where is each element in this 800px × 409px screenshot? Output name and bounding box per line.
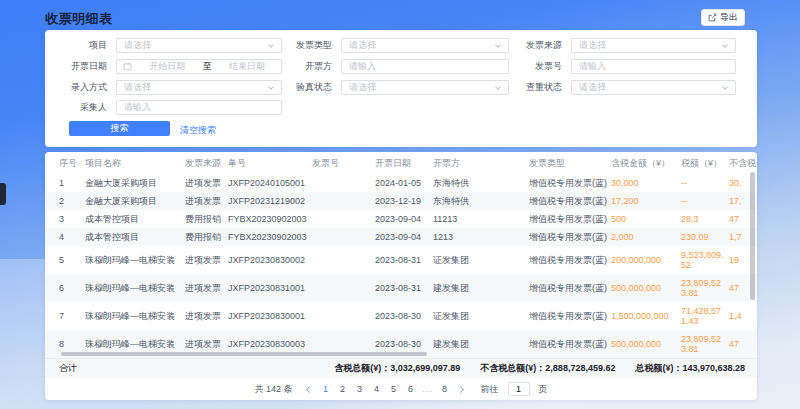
page-title: 收票明细表 <box>45 10 113 28</box>
table-cell: FYBX20230902003 <box>228 210 312 228</box>
invoice-no-label: 发票号 <box>475 60 562 73</box>
goto-label: 前往 <box>481 383 499 396</box>
table-cell: 进项发票 <box>185 192 228 210</box>
verify-status-placeholder: 请选择 <box>349 81 376 94</box>
pagination-pages: 123456...8 <box>320 384 451 394</box>
table-cell: 500 <box>611 210 681 228</box>
pagination-ellipsis[interactable]: ... <box>422 384 434 394</box>
invoice-table-panel: 序号项目名称发票来源单号发票号开票日期开票方发票类型含税金额（¥）税额（¥）不含… <box>45 152 757 400</box>
table-cell: FYBX20230902003 <box>228 228 312 246</box>
project-placeholder: 请选择 <box>124 39 151 52</box>
table-cell: 3 <box>45 210 85 228</box>
page-unit-label: 页 <box>539 383 548 396</box>
table-cell: 证发集团 <box>433 302 529 330</box>
table-cell: 23,809,523.81 <box>681 330 729 358</box>
table-cell: 增值税专用发票(蓝) <box>529 192 611 210</box>
table-cell: 珠穆朗玛峰—电梯安装 <box>85 302 185 330</box>
table-cell: 增值税专用发票(蓝) <box>529 210 611 228</box>
table-row: 6珠穆朗玛峰—电梯安装进项发票JXFP202308310012023-08-31… <box>45 274 757 302</box>
pagination-page-1[interactable]: 1 <box>320 384 332 394</box>
table-cell: 进项发票 <box>185 302 228 330</box>
table-cell: 珠穆朗玛峰—电梯安装 <box>85 246 185 274</box>
table-cell <box>312 274 375 302</box>
table-cell: -- <box>681 174 729 192</box>
table-cell: 6 <box>45 274 85 302</box>
table-cell: 200,000,000 <box>611 246 681 274</box>
entry-method-label: 录入方式 <box>45 81 107 94</box>
table-cell: 增值税专用发票(蓝) <box>529 330 611 358</box>
column-header-2: 发票来源 <box>185 152 228 174</box>
pagination-page-2[interactable]: 2 <box>337 384 349 394</box>
table-cell: 47 <box>729 330 757 358</box>
summary-item: 总税额(¥)：143,970,638.28 <box>635 362 745 375</box>
search-button[interactable]: 搜索 <box>69 121 170 136</box>
table-cell: 金融大厦采购项目 <box>85 174 185 192</box>
goto-page-input[interactable] <box>508 382 530 396</box>
table-cell: 成本管控项目 <box>85 210 185 228</box>
table-cell: 增值税专用发票(蓝) <box>529 228 611 246</box>
table-cell: 500,000,000 <box>611 330 681 358</box>
table-cell: 2 <box>45 192 85 210</box>
dup-check-status-select[interactable]: 请选择 <box>571 80 736 95</box>
chevron-left-icon <box>305 385 312 392</box>
invoice-source-select[interactable]: 请选择 <box>571 38 736 53</box>
collector-input[interactable]: 请输入 <box>116 100 282 115</box>
next-page-button[interactable] <box>456 383 468 395</box>
chevron-down-icon <box>722 42 728 48</box>
table-row: 7珠穆朗玛峰—电梯安装进项发票JXFP202308300012023-08-30… <box>45 302 757 330</box>
table-row: 4成本管控项目费用报销FYBX202309020032023-09-041213… <box>45 228 757 246</box>
table-cell: 证发集团 <box>433 246 529 274</box>
table-cell: 28.3 <box>681 210 729 228</box>
column-header-0: 序号 <box>45 152 85 174</box>
table-cell <box>312 210 375 228</box>
table-cell: -- <box>681 192 729 210</box>
table-cell: 2023-09-04 <box>375 228 433 246</box>
pagination-page-5[interactable]: 5 <box>388 384 400 394</box>
column-header-7: 发票类型 <box>529 152 611 174</box>
pagination-page-6[interactable]: 6 <box>405 384 417 394</box>
table-header-row: 序号项目名称发票来源单号发票号开票日期开票方发票类型含税金额（¥）税额（¥）不含… <box>45 152 757 174</box>
dup-check-placeholder: 请选择 <box>579 81 606 94</box>
table-cell: 珠穆朗玛峰—电梯安装 <box>85 274 185 302</box>
pagination-page-4[interactable]: 4 <box>371 384 383 394</box>
table-cell: 230.09 <box>681 228 729 246</box>
table-cell: 9,523,809.52 <box>681 246 729 274</box>
table-cell: 23,809,523.81 <box>681 274 729 302</box>
chevron-right-icon <box>456 385 463 392</box>
invoice-no-input[interactable]: 请输入 <box>571 59 736 74</box>
table-cell: 30,000 <box>611 174 681 192</box>
clear-search-link[interactable]: 清空搜索 <box>180 124 216 137</box>
column-header-8: 含税金额（¥） <box>611 152 681 174</box>
prev-page-button[interactable] <box>303 383 315 395</box>
table-cell: 17,200 <box>611 192 681 210</box>
table-cell: 1,4 <box>729 302 757 330</box>
table-cell: 建发集团 <box>433 330 529 358</box>
collector-label: 采集人 <box>45 101 107 114</box>
table-cell <box>312 302 375 330</box>
table-cell: 成本管控项目 <box>85 228 185 246</box>
summary-item: 不含税总额(¥)：2,888,728,459.62 <box>480 362 615 375</box>
table-cell: 增值税专用发票(蓝) <box>529 274 611 302</box>
table-cell: JXFP20231219002 <box>228 192 312 210</box>
summary-item: 含税总额(¥)：3,032,699,097.89 <box>334 362 460 375</box>
table-cell: 东海特供 <box>433 192 529 210</box>
table-cell: 进项发票 <box>185 246 228 274</box>
table-cell: 增值税专用发票(蓝) <box>529 302 611 330</box>
table-body: 1金融大厦采购项目进项发票JXFP202401050012024-01-05东海… <box>45 174 757 358</box>
vertical-scrollbar[interactable] <box>750 172 755 300</box>
export-button[interactable]: 导出 <box>701 9 745 26</box>
horizontal-scrollbar[interactable] <box>61 352 427 356</box>
table-cell <box>312 246 375 274</box>
drawer-handle[interactable] <box>0 183 6 205</box>
pagination-page-3[interactable]: 3 <box>354 384 366 394</box>
invoice-date-label: 开票日期 <box>45 60 107 73</box>
chevron-down-icon <box>722 84 728 90</box>
table-cell: JXFP20230830002 <box>228 246 312 274</box>
pagination-page-8[interactable]: 8 <box>439 384 451 394</box>
collector-placeholder: 请输入 <box>124 101 151 114</box>
table-cell: 2023-08-30 <box>375 302 433 330</box>
table-cell: 2023-08-31 <box>375 274 433 302</box>
summary-items: 含税总额(¥)：3,032,699,097.89不含税总额(¥)：2,888,7… <box>334 362 745 375</box>
table-cell: 增值税专用发票(蓝) <box>529 174 611 192</box>
table-cell: 5 <box>45 246 85 274</box>
